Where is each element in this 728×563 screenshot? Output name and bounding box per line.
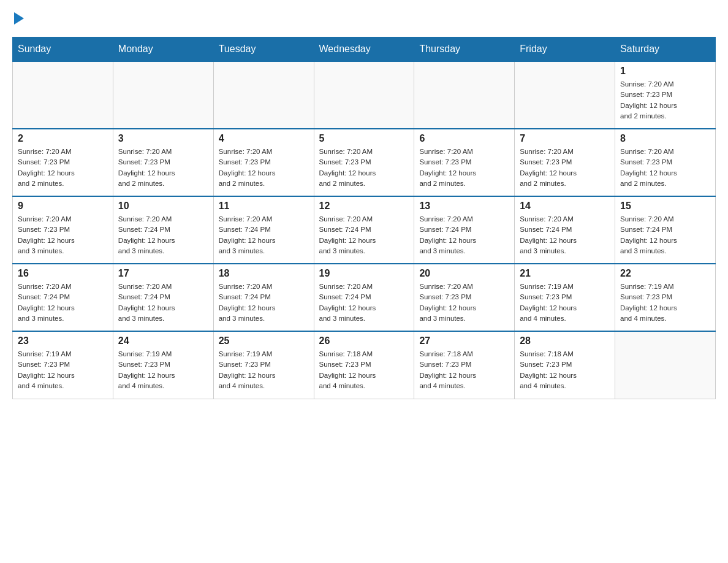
- day-info: Sunrise: 7:19 AM Sunset: 7:23 PM Dayligh…: [219, 349, 309, 391]
- day-number: 11: [219, 201, 309, 212]
- day-info: Sunrise: 7:20 AM Sunset: 7:23 PM Dayligh…: [620, 147, 710, 189]
- calendar-cell: [13, 61, 113, 129]
- day-number: 14: [520, 201, 610, 212]
- day-info: Sunrise: 7:19 AM Sunset: 7:23 PM Dayligh…: [118, 349, 208, 391]
- logo-arrow-icon: [14, 12, 24, 25]
- calendar-cell: 22Sunrise: 7:19 AM Sunset: 7:23 PM Dayli…: [615, 264, 716, 331]
- calendar-cell: 2Sunrise: 7:20 AM Sunset: 7:23 PM Daylig…: [13, 129, 113, 196]
- day-info: Sunrise: 7:20 AM Sunset: 7:24 PM Dayligh…: [419, 214, 509, 256]
- day-info: Sunrise: 7:20 AM Sunset: 7:23 PM Dayligh…: [118, 147, 208, 189]
- day-info: Sunrise: 7:20 AM Sunset: 7:23 PM Dayligh…: [18, 147, 108, 189]
- calendar-week-row: 23Sunrise: 7:19 AM Sunset: 7:23 PM Dayli…: [13, 331, 716, 399]
- day-number: 22: [620, 268, 710, 279]
- calendar-cell: 8Sunrise: 7:20 AM Sunset: 7:23 PM Daylig…: [615, 129, 716, 196]
- day-number: 16: [18, 268, 108, 279]
- calendar-cell: 1Sunrise: 7:20 AM Sunset: 7:23 PM Daylig…: [615, 61, 716, 129]
- day-of-week-header: Sunday: [13, 37, 113, 62]
- day-number: 9: [18, 201, 108, 212]
- calendar-cell: 17Sunrise: 7:20 AM Sunset: 7:24 PM Dayli…: [113, 264, 213, 331]
- day-of-week-header: Wednesday: [314, 37, 414, 62]
- calendar-week-row: 9Sunrise: 7:20 AM Sunset: 7:23 PM Daylig…: [13, 196, 716, 264]
- calendar-cell: 28Sunrise: 7:18 AM Sunset: 7:23 PM Dayli…: [515, 331, 615, 399]
- calendar-cell: [314, 61, 414, 129]
- day-number: 23: [18, 335, 108, 347]
- day-number: 28: [520, 335, 610, 347]
- day-info: Sunrise: 7:20 AM Sunset: 7:24 PM Dayligh…: [219, 282, 309, 324]
- calendar-week-row: 16Sunrise: 7:20 AM Sunset: 7:24 PM Dayli…: [13, 264, 716, 331]
- day-number: 15: [620, 201, 710, 212]
- day-info: Sunrise: 7:20 AM Sunset: 7:23 PM Dayligh…: [620, 79, 710, 121]
- calendar-table: SundayMondayTuesdayWednesdayThursdayFrid…: [12, 37, 716, 399]
- day-info: Sunrise: 7:18 AM Sunset: 7:23 PM Dayligh…: [520, 349, 610, 391]
- logo: [12, 12, 24, 25]
- day-number: 20: [419, 268, 509, 279]
- day-of-week-header: Monday: [113, 37, 213, 62]
- calendar-cell: 20Sunrise: 7:20 AM Sunset: 7:23 PM Dayli…: [414, 264, 515, 331]
- day-info: Sunrise: 7:20 AM Sunset: 7:24 PM Dayligh…: [620, 214, 710, 256]
- day-number: 13: [419, 201, 509, 212]
- calendar-cell: [414, 61, 515, 129]
- calendar-cell: 11Sunrise: 7:20 AM Sunset: 7:24 PM Dayli…: [213, 196, 314, 264]
- calendar-cell: [213, 61, 314, 129]
- day-info: Sunrise: 7:20 AM Sunset: 7:23 PM Dayligh…: [319, 147, 409, 189]
- day-info: Sunrise: 7:20 AM Sunset: 7:24 PM Dayligh…: [319, 282, 409, 324]
- day-of-week-header: Friday: [515, 37, 615, 62]
- calendar-cell: 10Sunrise: 7:20 AM Sunset: 7:24 PM Dayli…: [113, 196, 213, 264]
- day-info: Sunrise: 7:18 AM Sunset: 7:23 PM Dayligh…: [419, 349, 509, 391]
- calendar-cell: 26Sunrise: 7:18 AM Sunset: 7:23 PM Dayli…: [314, 331, 414, 399]
- day-number: 26: [319, 335, 409, 347]
- calendar-cell: [113, 61, 213, 129]
- calendar-cell: 15Sunrise: 7:20 AM Sunset: 7:24 PM Dayli…: [615, 196, 716, 264]
- day-info: Sunrise: 7:20 AM Sunset: 7:24 PM Dayligh…: [18, 282, 108, 324]
- day-info: Sunrise: 7:20 AM Sunset: 7:24 PM Dayligh…: [118, 282, 208, 324]
- calendar-cell: 21Sunrise: 7:19 AM Sunset: 7:23 PM Dayli…: [515, 264, 615, 331]
- day-info: Sunrise: 7:20 AM Sunset: 7:23 PM Dayligh…: [18, 214, 108, 256]
- day-number: 2: [18, 133, 108, 144]
- calendar-cell: 18Sunrise: 7:20 AM Sunset: 7:24 PM Dayli…: [213, 264, 314, 331]
- calendar-cell: 9Sunrise: 7:20 AM Sunset: 7:23 PM Daylig…: [13, 196, 113, 264]
- day-info: Sunrise: 7:18 AM Sunset: 7:23 PM Dayligh…: [319, 349, 409, 391]
- day-info: Sunrise: 7:19 AM Sunset: 7:23 PM Dayligh…: [520, 282, 610, 324]
- day-number: 3: [118, 133, 208, 144]
- calendar-cell: 7Sunrise: 7:20 AM Sunset: 7:23 PM Daylig…: [515, 129, 615, 196]
- calendar-cell: 24Sunrise: 7:19 AM Sunset: 7:23 PM Dayli…: [113, 331, 213, 399]
- calendar-cell: 23Sunrise: 7:19 AM Sunset: 7:23 PM Dayli…: [13, 331, 113, 399]
- calendar-cell: 6Sunrise: 7:20 AM Sunset: 7:23 PM Daylig…: [414, 129, 515, 196]
- calendar-cell: [615, 331, 716, 399]
- day-info: Sunrise: 7:19 AM Sunset: 7:23 PM Dayligh…: [18, 349, 108, 391]
- day-info: Sunrise: 7:20 AM Sunset: 7:23 PM Dayligh…: [520, 147, 610, 189]
- day-number: 25: [219, 335, 309, 347]
- calendar-cell: 14Sunrise: 7:20 AM Sunset: 7:24 PM Dayli…: [515, 196, 615, 264]
- day-info: Sunrise: 7:19 AM Sunset: 7:23 PM Dayligh…: [620, 282, 710, 324]
- day-number: 10: [118, 201, 208, 212]
- calendar-cell: 5Sunrise: 7:20 AM Sunset: 7:23 PM Daylig…: [314, 129, 414, 196]
- day-of-week-header: Saturday: [615, 37, 716, 62]
- calendar-cell: 27Sunrise: 7:18 AM Sunset: 7:23 PM Dayli…: [414, 331, 515, 399]
- calendar-cell: 12Sunrise: 7:20 AM Sunset: 7:24 PM Dayli…: [314, 196, 414, 264]
- day-info: Sunrise: 7:20 AM Sunset: 7:23 PM Dayligh…: [419, 147, 509, 189]
- calendar-week-row: 1Sunrise: 7:20 AM Sunset: 7:23 PM Daylig…: [13, 61, 716, 129]
- day-number: 1: [620, 66, 710, 77]
- calendar-header-row: SundayMondayTuesdayWednesdayThursdayFrid…: [13, 37, 716, 62]
- day-number: 12: [319, 201, 409, 212]
- day-info: Sunrise: 7:20 AM Sunset: 7:23 PM Dayligh…: [219, 147, 309, 189]
- day-number: 19: [319, 268, 409, 279]
- day-number: 6: [419, 133, 509, 144]
- calendar-cell: [515, 61, 615, 129]
- day-of-week-header: Thursday: [414, 37, 515, 62]
- day-number: 21: [520, 268, 610, 279]
- calendar-cell: 16Sunrise: 7:20 AM Sunset: 7:24 PM Dayli…: [13, 264, 113, 331]
- calendar-cell: 3Sunrise: 7:20 AM Sunset: 7:23 PM Daylig…: [113, 129, 213, 196]
- day-number: 24: [118, 335, 208, 347]
- day-number: 5: [319, 133, 409, 144]
- calendar-cell: 25Sunrise: 7:19 AM Sunset: 7:23 PM Dayli…: [213, 331, 314, 399]
- day-info: Sunrise: 7:20 AM Sunset: 7:24 PM Dayligh…: [219, 214, 309, 256]
- calendar-cell: 19Sunrise: 7:20 AM Sunset: 7:24 PM Dayli…: [314, 264, 414, 331]
- calendar-cell: 4Sunrise: 7:20 AM Sunset: 7:23 PM Daylig…: [213, 129, 314, 196]
- calendar-week-row: 2Sunrise: 7:20 AM Sunset: 7:23 PM Daylig…: [13, 129, 716, 196]
- day-info: Sunrise: 7:20 AM Sunset: 7:24 PM Dayligh…: [319, 214, 409, 256]
- day-of-week-header: Tuesday: [213, 37, 314, 62]
- day-number: 4: [219, 133, 309, 144]
- day-info: Sunrise: 7:20 AM Sunset: 7:24 PM Dayligh…: [118, 214, 208, 256]
- day-info: Sunrise: 7:20 AM Sunset: 7:23 PM Dayligh…: [419, 282, 509, 324]
